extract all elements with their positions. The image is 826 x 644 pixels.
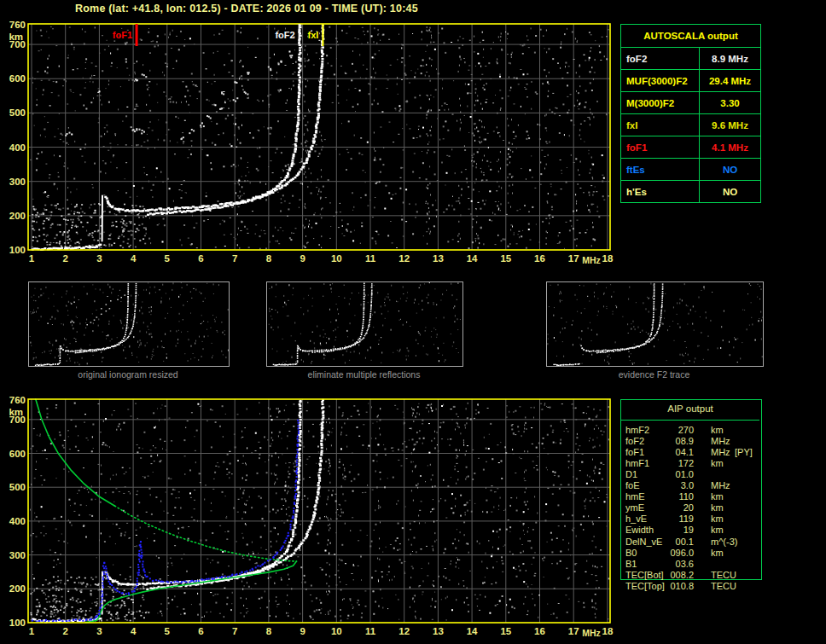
- aip-label: foE: [625, 480, 640, 491]
- x-tick-label: 6: [198, 626, 203, 636]
- thumbnail-2: [546, 281, 764, 367]
- aip-label: D1: [625, 469, 637, 480]
- autoscala-row-ftEs: ftEsNO: [621, 159, 760, 181]
- series-electron-density-profile-topside: [36, 399, 115, 506]
- aip-label: hmE: [625, 491, 645, 502]
- y-tick-label: 760: [9, 395, 26, 405]
- parameter-label: ftEs: [621, 159, 700, 180]
- aip-value: 096.0: [649, 548, 694, 559]
- parameter-value: 9.6 MHz: [700, 114, 760, 136]
- y-tick-label: 700: [9, 415, 26, 425]
- aip-row-B0: B0096.0km: [620, 548, 762, 559]
- thumbnail-1: [266, 281, 463, 367]
- autoscala-table: AUTOSCALA output foF28.9 MHzMUF(3000)F22…: [620, 24, 761, 203]
- x-tick-label: 14: [467, 626, 478, 636]
- aip-unit: TECU: [711, 570, 736, 581]
- thumbnail-caption-1: eliminate multiple reflections: [266, 369, 462, 380]
- y-tick-label: 600: [9, 449, 26, 459]
- aip-value: 110: [649, 491, 694, 502]
- x-tick-label: 15: [500, 626, 511, 636]
- aip-unit: km: [711, 525, 724, 536]
- aip-row-Ewidth: Ewidth19km: [620, 525, 762, 536]
- x-tick-label: 10: [331, 626, 342, 636]
- aip-row-hvE: h_vE119km: [620, 513, 762, 525]
- aip-row-TECTop: TEC[Top]010.8TECU: [620, 581, 762, 592]
- aip-label: B1: [625, 559, 637, 570]
- aip-value: 270: [649, 425, 694, 436]
- thumbnail-caption-2: evidence F2 trace: [546, 369, 762, 380]
- aip-row-hmF2: hmF2270km: [620, 425, 762, 436]
- x-tick-label: 16: [534, 626, 545, 636]
- y-tick-label: 300: [9, 550, 26, 560]
- y-tick-label: 100: [9, 618, 26, 628]
- aip-row-ymE: ymE20km: [620, 502, 762, 513]
- aip-value: 172: [649, 458, 694, 469]
- aip-label: foF1: [625, 447, 644, 458]
- x-tick-label: 2: [62, 626, 67, 636]
- x-axis-unit-label: MHz: [582, 628, 601, 638]
- aip-value: 20: [649, 502, 694, 513]
- aip-label: hmF2: [625, 425, 649, 436]
- thumbnail-0: [28, 281, 230, 367]
- autoscala-row-hEs: h'EsNO: [621, 181, 760, 202]
- aip-row-foE: foE3.0MHz: [620, 480, 762, 491]
- aip-table: AIP output hmF2270kmfoF208.9MHzfoF104.1M…: [620, 399, 762, 600]
- aip-label: hmF1: [625, 458, 649, 469]
- x-tick-label: 11: [365, 626, 376, 636]
- autoscala-row-M3000F2: M(3000)F23.30: [621, 92, 760, 114]
- x-tick-label: 18: [602, 626, 614, 636]
- parameter-label: h'Es: [621, 181, 700, 202]
- aip-unit: km: [711, 502, 724, 513]
- y-tick-label: 400: [9, 516, 26, 526]
- autoscala-row-MUF3000F2: MUF(3000)F229.4 MHz: [621, 70, 760, 92]
- aip-unit: TECU: [711, 581, 736, 592]
- aip-table-header: AIP output: [620, 403, 760, 414]
- aip-row-hmF1: hmF1172km: [620, 458, 762, 469]
- x-tick-label: 5: [165, 626, 171, 636]
- x-tick-label: 4: [131, 626, 137, 636]
- parameter-label: MUF(3000)F2: [621, 70, 700, 91]
- x-tick-label: 9: [300, 626, 305, 636]
- autoscala-row-fxI: fxI9.6 MHz: [621, 114, 760, 136]
- autoscala-row-foF1: foF14.1 MHz: [621, 136, 760, 159]
- aip-unit: MHz: [711, 480, 730, 491]
- series-restored-E-trace: [32, 562, 105, 623]
- aip-label: B0: [625, 548, 637, 559]
- aip-unit: MHz: [711, 436, 730, 447]
- parameter-label: fxI: [621, 114, 700, 136]
- x-tick-label: 8: [266, 626, 272, 636]
- aip-label: foF2: [625, 436, 644, 447]
- autoscala-table-rows: foF28.9 MHzMUF(3000)F229.4 MHzM(3000)F23…: [621, 48, 760, 202]
- parameter-label: foF1: [621, 136, 700, 158]
- x-tick-label: 7: [232, 626, 237, 636]
- aip-unit: km: [711, 548, 724, 559]
- autoscala-table-header: AUTOSCALA output: [621, 25, 760, 48]
- aip-value: 010.8: [649, 581, 694, 592]
- x-tick-label: 13: [433, 626, 444, 636]
- aip-row-foF1: foF104.1MHz[PY]: [620, 447, 762, 458]
- aip-row-hmE: hmE110km: [620, 491, 762, 502]
- aip-value: 008.2: [649, 570, 694, 581]
- autoscala-screen: { "title": "Rome (lat: +41.8, lon: 012.5…: [0, 0, 826, 644]
- aip-label: h_vE: [625, 513, 647, 525]
- parameter-value: NO: [700, 181, 760, 202]
- parameter-value: NO: [700, 159, 760, 180]
- aip-value: 19: [649, 525, 694, 536]
- aip-row-TECBot: TEC[Bot]008.2TECU: [620, 570, 762, 581]
- aip-table-divider: [621, 420, 759, 421]
- x-tick-label: 1: [29, 626, 35, 636]
- x-tick-label: 17: [568, 626, 579, 636]
- aip-value: 119: [649, 513, 694, 525]
- aip-value: 01.0: [649, 469, 694, 480]
- parameter-value: 4.1 MHz: [700, 136, 760, 158]
- aip-row-foF2: foF208.9MHz: [620, 436, 762, 447]
- aip-unit: km: [711, 458, 724, 469]
- y-tick-label: 200: [9, 583, 26, 594]
- parameter-value: 8.9 MHz: [700, 48, 760, 69]
- aip-row-B1: B103.6: [620, 559, 762, 570]
- y-tick-label: 500: [9, 482, 26, 492]
- aip-unit: km: [711, 513, 724, 525]
- aip-row-D1: D101.0: [620, 469, 762, 480]
- aip-row-DelNvE: DelN_vE00.1m^(-3): [620, 537, 762, 548]
- x-tick-label: 3: [96, 626, 102, 636]
